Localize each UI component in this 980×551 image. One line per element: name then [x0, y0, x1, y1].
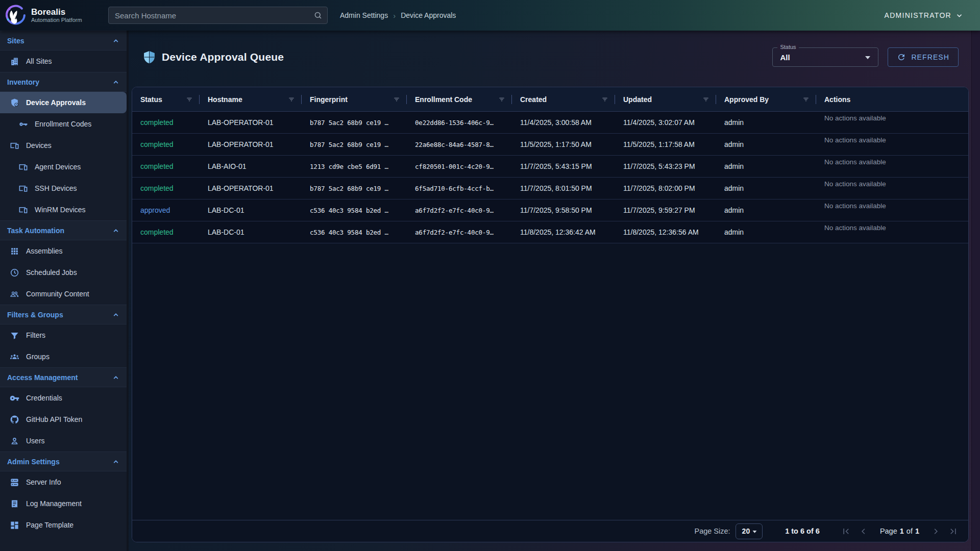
github-icon	[10, 415, 19, 424]
cell-status: completed	[132, 134, 200, 155]
search-icon[interactable]	[313, 11, 323, 20]
sidebar-section-filters-groups[interactable]: Filters & Groups	[0, 305, 127, 324]
column-header-approved-by: Approved By	[716, 87, 816, 111]
cell-enrollment-code: 6f5ad710-6cfb-4ccf-b…	[407, 178, 512, 199]
sidebar-item-label: All Sites	[26, 57, 52, 65]
previous-page-icon[interactable]	[859, 527, 868, 536]
cell-fingerprint: c536 40c3 9584 b2ed …	[302, 221, 407, 243]
filter-icon[interactable]	[498, 95, 506, 104]
sidebar-item-devices[interactable]: Devices	[0, 135, 127, 156]
sidebar-item-label: GitHub API Token	[26, 415, 82, 423]
user-menu[interactable]: ADMINISTRATOR	[885, 11, 964, 20]
cell-actions: No actions available	[816, 199, 968, 221]
sidebar-item-device-approvals[interactable]: Device Approvals	[0, 92, 127, 113]
sidebar-item-page-template[interactable]: Page Template	[0, 514, 127, 536]
status-filter-label: Status	[777, 44, 798, 50]
page-size-label: Page Size:	[694, 527, 730, 535]
scrollbar-track[interactable]	[971, 31, 980, 551]
sidebar-section-sites[interactable]: Sites	[0, 31, 127, 51]
dropdown-arrow-icon	[750, 527, 760, 536]
section-label: Task Automation	[7, 227, 64, 235]
sidebar-item-enrollment-codes[interactable]: Enrollment Codes	[0, 113, 127, 135]
sidebar-section-access-management[interactable]: Access Management	[0, 367, 127, 387]
chevron-up-icon	[112, 311, 120, 319]
filter-icon[interactable]	[802, 95, 810, 104]
cell-enrollment-code: a6f7d2f2-e7fc-40c0-9…	[407, 221, 512, 243]
table-row[interactable]: approvedLAB-DC-01c536 40c3 9584 b2ed …a6…	[132, 199, 968, 221]
table-row[interactable]: completedLAB-OPERATOR-01b787 5ac2 68b9 c…	[132, 134, 968, 156]
brand-subtitle: Automation Platform	[31, 17, 82, 23]
topbar: Borealis Automation Platform Admin Setti…	[0, 0, 980, 31]
sidebar-item-agent-devices[interactable]: Agent Devices	[0, 156, 127, 178]
cell-updated: 11/5/2025, 1:17:58 AM	[615, 134, 716, 155]
status-filter-value: All	[780, 53, 790, 62]
refresh-icon	[897, 53, 906, 62]
cell-fingerprint: c536 40c3 9584 b2ed …	[302, 199, 407, 221]
cell-updated: 11/7/2025, 9:59:27 PM	[615, 199, 716, 221]
page-indicator: Page1of1	[880, 527, 919, 535]
sidebar-item-all-sites[interactable]: All Sites	[0, 51, 127, 72]
breadcrumb-separator: ›	[393, 11, 396, 20]
sidebar-item-community-content[interactable]: Community Content	[0, 283, 127, 305]
pagination: Page1of1	[841, 527, 958, 536]
sidebar-item-server-info[interactable]: Server Info	[0, 471, 127, 493]
filter-icon[interactable]	[393, 95, 401, 104]
sidebar-item-credentials[interactable]: Credentials	[0, 387, 127, 409]
first-page-icon[interactable]	[841, 527, 851, 536]
sidebar-item-label: Scheduled Jobs	[26, 268, 77, 277]
filter-icon[interactable]	[702, 95, 710, 104]
table-row[interactable]: completedLAB-OPERATOR-01b787 5ac2 68b9 c…	[132, 112, 968, 134]
sidebar-item-label: WinRM Devices	[35, 206, 86, 214]
cell-status: approved	[132, 199, 200, 221]
next-page-icon[interactable]	[931, 527, 941, 536]
sidebar-item-filters[interactable]: Filters	[0, 324, 127, 346]
filter-icon[interactable]	[287, 95, 296, 104]
sidebar-item-users[interactable]: Users	[0, 430, 127, 452]
sidebar-item-winrm-devices[interactable]: WinRM Devices	[0, 199, 127, 220]
devices-icon	[18, 205, 28, 215]
filter-icon[interactable]	[185, 95, 193, 104]
cell-status: completed	[132, 221, 200, 243]
column-header-enrollment-code: Enrollment Code	[407, 87, 512, 111]
page-size-select[interactable]: 20	[736, 523, 763, 539]
column-header-fingerprint: Fingerprint	[302, 87, 407, 111]
breadcrumb-admin-settings[interactable]: Admin Settings	[340, 11, 388, 19]
cell-fingerprint: b787 5ac2 68b9 ce19 …	[302, 178, 407, 199]
column-header-updated: Updated	[615, 87, 716, 111]
cell-updated: 11/7/2025, 8:02:00 PM	[615, 178, 716, 199]
sidebar-section-inventory[interactable]: Inventory	[0, 72, 127, 92]
table-row[interactable]: completedLAB-OPERATOR-01b787 5ac2 68b9 c…	[132, 178, 968, 199]
cell-actions: No actions available	[816, 134, 968, 155]
table-row[interactable]: completedLAB-AIO-011213 cd9e cbe5 6d91 ……	[132, 156, 968, 178]
last-page-icon[interactable]	[948, 527, 958, 536]
breadcrumb-device-approvals[interactable]: Device Approvals	[401, 11, 456, 19]
search-input[interactable]	[109, 11, 327, 20]
sidebar-section-task-automation[interactable]: Task Automation	[0, 220, 127, 240]
sidebar-item-log-management[interactable]: Log Management	[0, 493, 127, 514]
table-row[interactable]: completedLAB-DC-01c536 40c3 9584 b2ed …a…	[132, 221, 968, 243]
layout: SitesAll SitesInventoryDevice ApprovalsE…	[0, 31, 980, 551]
sidebar-item-github-api-token[interactable]: GitHub API Token	[0, 409, 127, 430]
cell-hostname: LAB-OPERATOR-01	[200, 112, 302, 133]
cell-fingerprint: b787 5ac2 68b9 ce19 …	[302, 134, 407, 155]
sidebar-item-scheduled-jobs[interactable]: Scheduled Jobs	[0, 262, 127, 283]
sidebar-item-assemblies[interactable]: Assemblies	[0, 240, 127, 262]
refresh-button[interactable]: REFRESH	[888, 47, 959, 67]
column-header-actions: Actions	[816, 87, 968, 111]
cell-approved-by: admin	[716, 134, 816, 155]
sidebar-item-label: Agent Devices	[35, 163, 81, 171]
chevron-up-icon	[112, 373, 120, 382]
sidebar-item-ssh-devices[interactable]: SSH Devices	[0, 178, 127, 199]
sidebar-section-admin-settings[interactable]: Admin Settings	[0, 452, 127, 471]
filter-icon[interactable]	[601, 95, 609, 104]
cell-approved-by: admin	[716, 178, 816, 199]
column-header-created: Created	[512, 87, 615, 111]
sidebar-item-groups[interactable]: Groups	[0, 346, 127, 367]
shield-approval-icon	[10, 98, 19, 108]
cell-status: completed	[132, 156, 200, 177]
cell-enrollment-code: a6f7d2f2-e7fc-40c0-9…	[407, 199, 512, 221]
sidebar-item-label: Community Content	[26, 290, 89, 298]
brand: Borealis Automation Platform	[0, 4, 105, 27]
page-header: Device Approval Queue Status All REFRESH	[129, 46, 980, 68]
status-filter-select[interactable]: Status All	[772, 47, 878, 67]
